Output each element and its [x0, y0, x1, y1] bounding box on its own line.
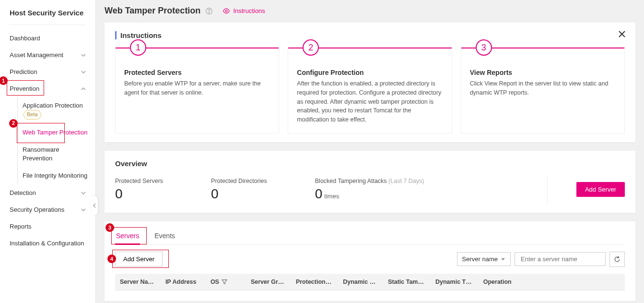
close-icon — [617, 29, 627, 39]
col-static-tam[interactable]: Static Tam… — [383, 274, 429, 291]
sidebar-item-ransomware-prevention[interactable]: Ransomware Prevention — [17, 141, 95, 167]
chevron-down-icon — [81, 207, 86, 212]
servers-table: Server Na… IP Address OS Server Gr… Prot… — [115, 274, 625, 291]
svg-point-1 — [209, 12, 210, 12]
main-content: Web Tamper Protection Instructions Instr… — [96, 0, 644, 303]
annotation-marker-2: 2 — [9, 119, 18, 128]
instructions-panel: Instructions 1 Protected Servers Before … — [105, 23, 635, 142]
sidebar-item-label: Application Protection — [23, 102, 83, 109]
sidebar: Host Security Service Dashboard Asset Ma… — [0, 0, 96, 303]
metric-blocked-attacks: Blocked Tampering Attacks (Last 7 Days) … — [315, 178, 424, 202]
sidebar-item-reports[interactable]: Reports — [0, 218, 95, 235]
step-title: View Reports — [470, 69, 616, 76]
search-input[interactable] — [519, 253, 603, 266]
sidebar-item-label: Web Tamper Protection — [23, 129, 87, 136]
prevention-subnav: Application Protection Beta Web Tamper P… — [0, 97, 95, 184]
close-button[interactable] — [617, 29, 627, 39]
col-dynamic-t[interactable]: Dynamic T… — [431, 274, 477, 291]
sidebar-item-file-integrity-monitoring[interactable]: File Integrity Monitoring — [17, 167, 95, 184]
annotation-marker-1: 1 — [0, 76, 8, 85]
instructions-link[interactable]: Instructions — [222, 7, 265, 14]
filter-field-select[interactable]: Server name — [457, 252, 511, 266]
tab-label: Events — [154, 232, 175, 240]
sidebar-item-asset-management[interactable]: Asset Management — [0, 47, 95, 63]
instruction-step-2: 2 Configure Protection After the functio… — [288, 47, 452, 133]
step-number: 2 — [303, 39, 319, 56]
overview-panel: Overview Protected Servers 0 Protected D… — [105, 151, 635, 213]
instructions-link-label: Instructions — [233, 7, 265, 14]
refresh-icon — [613, 255, 621, 263]
step-number: 3 — [476, 39, 492, 56]
step-body: Before you enable WTP for a server, make… — [124, 79, 270, 97]
tab-events[interactable]: Events — [153, 228, 176, 244]
metric-protected-directories: Protected Directories 0 — [211, 178, 267, 202]
sidebar-item-label: Dashboard — [10, 35, 40, 42]
sidebar-item-label: Security Operations — [10, 206, 64, 213]
instruction-step-1: 1 Protected Servers Before you enable WT… — [115, 47, 279, 133]
help-icon[interactable] — [205, 7, 213, 15]
metric-value: 0times — [315, 186, 424, 202]
sidebar-item-detection[interactable]: Detection — [0, 184, 95, 201]
sidebar-item-prevention[interactable]: Prevention 1 — [0, 80, 95, 97]
service-title: Host Security Service — [0, 5, 95, 24]
caret-down-icon — [501, 257, 505, 262]
sidebar-item-label: Installation & Configuration — [10, 240, 84, 247]
sidebar-item-dashboard[interactable]: Dashboard — [0, 30, 95, 47]
sidebar-item-app-protection[interactable]: Application Protection Beta — [17, 97, 95, 124]
col-ip-address[interactable]: IP Address — [161, 274, 204, 291]
chevron-down-icon — [81, 191, 86, 195]
filter-icon[interactable] — [222, 279, 227, 285]
col-server-group[interactable]: Server Gr… — [246, 274, 289, 291]
instruction-step-3: 3 View Reports Click View Report in the … — [461, 47, 625, 133]
chevron-down-icon — [81, 70, 86, 74]
annotation-marker-3: 3 — [105, 223, 114, 232]
col-dynamic[interactable]: Dynamic … — [338, 274, 381, 291]
add-server-button-secondary[interactable]: Add Server — [115, 252, 163, 267]
step-body: After the function is enabled, a protect… — [297, 79, 443, 124]
servers-panel: Servers 3 Events Add Server 4 Server nam… — [105, 221, 635, 301]
sidebar-item-prediction[interactable]: Prediction — [0, 63, 95, 80]
sidebar-item-installation-configuration[interactable]: Installation & Configuration — [0, 235, 95, 252]
metric-label: Protected Servers — [115, 178, 163, 184]
tab-label: Servers — [116, 232, 139, 240]
sidebar-item-label: Detection — [10, 189, 36, 196]
tab-servers[interactable]: Servers 3 — [115, 228, 140, 244]
search-input-wrap — [515, 252, 606, 266]
step-title: Configure Protection — [297, 69, 443, 76]
eye-icon — [222, 8, 230, 14]
metric-value: 0 — [115, 186, 163, 202]
chevron-down-icon — [81, 53, 86, 58]
divider — [547, 175, 548, 204]
col-server-name[interactable]: Server Na… — [115, 274, 159, 291]
col-operation[interactable]: Operation — [479, 274, 625, 291]
sidebar-item-label: Prediction — [10, 68, 37, 75]
instructions-title: Instructions — [115, 31, 625, 39]
refresh-button[interactable] — [609, 252, 625, 267]
step-body: Click View Report in the server list to … — [470, 79, 616, 97]
col-protection[interactable]: Protection… — [291, 274, 336, 291]
step-title: Protected Servers — [124, 69, 270, 76]
chevron-up-icon — [81, 86, 86, 91]
beta-badge: Beta — [23, 110, 41, 119]
metric-value: 0 — [211, 186, 267, 202]
sidebar-item-label: Reports — [10, 223, 32, 230]
select-value: Server name — [462, 255, 498, 263]
sidebar-item-web-tamper-protection[interactable]: Web Tamper Protection 2 — [17, 124, 95, 141]
svg-point-2 — [225, 10, 227, 12]
overview-title: Overview — [115, 159, 625, 168]
col-os[interactable]: OS — [206, 274, 244, 291]
metric-label: Blocked Tampering Attacks (Last 7 Days) — [315, 178, 424, 184]
table-header-row: Server Na… IP Address OS Server Gr… Prot… — [115, 274, 625, 291]
sidebar-item-label: File Integrity Monitoring — [23, 172, 87, 179]
page-title: Web Tamper Protection — [105, 6, 200, 16]
sidebar-item-label: Prevention — [10, 85, 39, 92]
metric-label: Protected Directories — [211, 178, 267, 184]
sidebar-item-label: Ransomware Prevention — [23, 146, 59, 162]
metric-protected-servers: Protected Servers 0 — [115, 178, 163, 202]
add-server-button[interactable]: Add Server — [576, 182, 625, 197]
sidebar-item-label: Asset Management — [10, 51, 63, 59]
sidebar-item-security-operations[interactable]: Security Operations — [0, 201, 95, 218]
step-number: 1 — [130, 39, 146, 56]
